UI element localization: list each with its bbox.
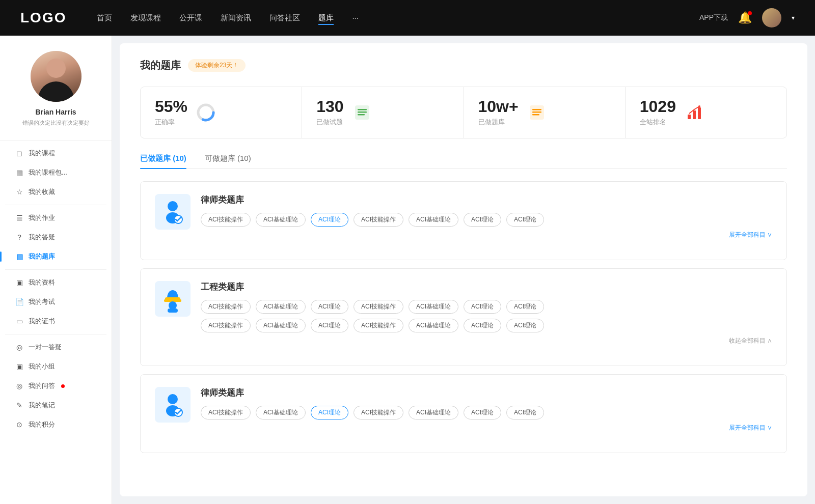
tag-1-0[interactable]: ACI技能操作 xyxy=(201,213,251,227)
tag-3-3[interactable]: ACI技能操作 xyxy=(354,406,403,419)
stat-site-rank-label: 全站排名 xyxy=(640,118,676,127)
nav-open[interactable]: 公开课 xyxy=(179,11,202,25)
sidebar-item-exams[interactable]: 📄 我的考试 xyxy=(5,292,106,312)
bank-card-1-title: 律师类题库 xyxy=(201,194,772,206)
svg-point-14 xyxy=(168,201,178,211)
tab-done[interactable]: 已做题库 (10) xyxy=(140,154,186,169)
bank-card-1-body: 律师类题库 ACI技能操作 ACI基础理论 ACI理论 ACI技能操作 ACI基… xyxy=(201,194,772,239)
notification-bell[interactable]: 🔔 xyxy=(738,11,752,24)
sidebar-item-notes[interactable]: ✎ 我的笔记 xyxy=(5,396,106,415)
sidebar-item-certificate-label: 我的证书 xyxy=(29,317,55,326)
svg-rect-12 xyxy=(698,107,701,119)
tag-2-2[interactable]: ACI理论 xyxy=(311,300,348,314)
sidebar-item-oneonone[interactable]: ◎ 一对一答疑 xyxy=(5,338,106,357)
sidebar-item-homework[interactable]: ☰ 我的作业 xyxy=(5,208,106,228)
tag-1-5[interactable]: ACI理论 xyxy=(464,213,501,227)
sidebar-item-exams-label: 我的考试 xyxy=(29,297,55,306)
tag-3-6[interactable]: ACI理论 xyxy=(506,406,544,419)
sidebar-item-courses[interactable]: ◻ 我的课程 xyxy=(5,144,106,163)
tag-2-0[interactable]: ACI技能操作 xyxy=(201,300,251,314)
myqa-icon: ◎ xyxy=(15,382,23,390)
nav-more[interactable]: ··· xyxy=(352,11,359,25)
tag-3-2[interactable]: ACI理论 xyxy=(311,406,348,419)
stat-done-questions-value: 130 xyxy=(316,98,343,115)
tag-1-2[interactable]: ACI理论 xyxy=(311,213,348,227)
notification-dot xyxy=(748,11,752,15)
svg-rect-8 xyxy=(532,111,541,113)
bank-card-2: 工程类题库 ACI技能操作 ACI基础理论 ACI理论 ACI技能操作 ACI基… xyxy=(140,268,787,366)
tag-1-3[interactable]: ACI技能操作 xyxy=(354,213,403,227)
sidebar-item-question-bank[interactable]: ▤ 我的题库 xyxy=(5,247,106,266)
stat-done-banks-text: 10w+ 已做题库 xyxy=(478,98,519,127)
tag-2-r2-5[interactable]: ACI理论 xyxy=(464,319,501,332)
sidebar-item-certificate[interactable]: ▭ 我的证书 xyxy=(5,312,106,331)
nav-qa[interactable]: 问答社区 xyxy=(269,11,300,25)
stat-accuracy-label: 正确率 xyxy=(155,118,187,127)
bank-card-1: 律师类题库 ACI技能操作 ACI基础理论 ACI理论 ACI技能操作 ACI基… xyxy=(140,181,787,260)
bank-card-3-tags: ACI技能操作 ACI基础理论 ACI理论 ACI技能操作 ACI基础理论 AC… xyxy=(201,406,772,419)
exams-icon: 📄 xyxy=(15,298,23,306)
bank-card-3-title: 律师类题库 xyxy=(201,387,772,399)
sidebar-item-points[interactable]: ⊙ 我的积分 xyxy=(5,415,106,434)
tag-2-r2-6[interactable]: ACI理论 xyxy=(506,319,544,332)
tab-available[interactable]: 可做题库 (10) xyxy=(205,154,251,169)
sidebar-item-questions[interactable]: ? 我的答疑 xyxy=(5,228,106,247)
course-packages-icon: ▦ xyxy=(15,169,23,177)
nav-bank[interactable]: 题库 xyxy=(318,11,334,25)
layout: Brian Harris 错误的决定比没有决定要好 ◻ 我的课程 ▦ 我的课程包… xyxy=(0,36,815,504)
sidebar-item-points-label: 我的积分 xyxy=(29,420,55,429)
nav-home[interactable]: 首页 xyxy=(97,11,112,25)
sidebar-item-oneonone-label: 一对一答疑 xyxy=(29,343,62,352)
sidebar-item-course-packages[interactable]: ▦ 我的课程包... xyxy=(5,163,106,182)
stat-done-banks: 10w+ 已做题库 xyxy=(464,87,626,138)
tag-2-r2-2[interactable]: ACI理论 xyxy=(311,319,348,332)
tag-3-1[interactable]: ACI基础理论 xyxy=(256,406,306,419)
sidebar-avatar-image xyxy=(31,51,82,102)
tag-1-6[interactable]: ACI理论 xyxy=(506,213,544,227)
page-title: 我的题库 xyxy=(140,59,181,72)
myqa-unread-dot xyxy=(61,384,65,388)
svg-point-13 xyxy=(698,105,700,107)
bank-card-1-expand[interactable]: 展开全部科目 ∨ xyxy=(201,231,772,239)
sidebar-username: Brian Harris xyxy=(35,108,76,116)
tag-2-5[interactable]: ACI理论 xyxy=(464,300,501,314)
tag-3-5[interactable]: ACI理论 xyxy=(464,406,501,419)
tag-2-3[interactable]: ACI技能操作 xyxy=(354,300,403,314)
groups-icon: ▣ xyxy=(15,362,23,371)
nav-discover[interactable]: 发现课程 xyxy=(130,11,161,25)
sidebar-item-profile-label: 我的资料 xyxy=(29,278,55,287)
sidebar-item-myqa-label: 我的问答 xyxy=(29,381,55,390)
tag-3-0[interactable]: ACI技能操作 xyxy=(201,406,251,419)
stat-site-rank-icon xyxy=(684,102,704,123)
sidebar-item-myqa[interactable]: ◎ 我的问答 xyxy=(5,376,106,396)
tag-1-1[interactable]: ACI基础理论 xyxy=(256,213,306,227)
tag-3-4[interactable]: ACI基础理论 xyxy=(409,406,458,419)
sidebar-divider-top xyxy=(0,140,112,141)
tabs-row: 已做题库 (10) 可做题库 (10) xyxy=(140,154,787,169)
sidebar-divider-2 xyxy=(5,269,106,270)
sidebar-item-homework-label: 我的作业 xyxy=(29,213,55,222)
tag-1-4[interactable]: ACI基础理论 xyxy=(409,213,458,227)
main-header: 我的题库 体验剩余23天！ xyxy=(140,59,787,72)
tag-2-r2-1[interactable]: ACI基础理论 xyxy=(256,319,306,332)
sidebar-item-groups-label: 我的小组 xyxy=(29,362,55,371)
bank-card-3-expand[interactable]: 展开全部科目 ∨ xyxy=(201,424,772,432)
tag-2-4[interactable]: ACI基础理论 xyxy=(409,300,458,314)
tag-2-r2-3[interactable]: ACI技能操作 xyxy=(354,319,403,332)
nav-news[interactable]: 新闻资讯 xyxy=(221,11,251,25)
app-download[interactable]: APP下载 xyxy=(699,13,728,22)
homework-icon: ☰ xyxy=(15,214,23,222)
svg-point-21 xyxy=(168,394,178,404)
user-chevron[interactable]: ▾ xyxy=(792,14,795,21)
sidebar-item-favorites[interactable]: ☆ 我的收藏 xyxy=(5,182,106,202)
svg-rect-3 xyxy=(358,109,367,110)
tag-2-1[interactable]: ACI基础理论 xyxy=(256,300,306,314)
tag-2-r2-4[interactable]: ACI基础理论 xyxy=(409,319,458,332)
sidebar-item-groups[interactable]: ▣ 我的小组 xyxy=(5,357,106,376)
sidebar-item-profile[interactable]: ▣ 我的资料 xyxy=(5,273,106,292)
stat-accuracy-icon xyxy=(196,102,216,123)
tag-2-r2-0[interactable]: ACI技能操作 xyxy=(201,319,251,332)
bank-card-2-collapse[interactable]: 收起全部科目 ∧ xyxy=(201,337,772,345)
tag-2-6[interactable]: ACI理论 xyxy=(506,300,544,314)
avatar[interactable] xyxy=(762,8,781,27)
